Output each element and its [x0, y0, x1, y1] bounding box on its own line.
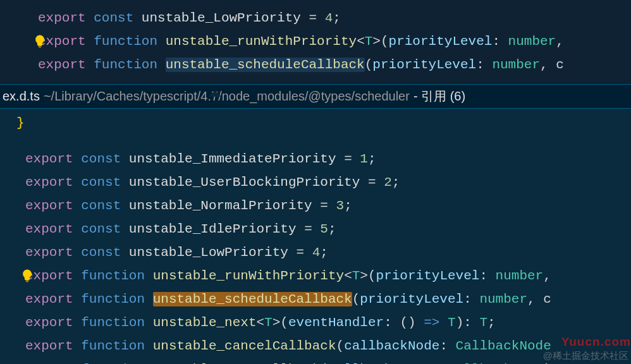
operator: =	[304, 222, 312, 236]
code-line[interactable]: export const unstable_LowPriority = 4;	[3, 241, 631, 264]
keyword-const: const	[81, 245, 121, 260]
keyword-export: export	[25, 152, 73, 166]
function-name: unstable_cancelCallback	[153, 339, 336, 353]
operator: =	[344, 152, 352, 166]
keyword-export: export	[38, 58, 86, 72]
semicolon: ;	[333, 11, 341, 25]
operator: =	[320, 198, 328, 213]
code-line[interactable]: export function unstable_runWithPriority…	[3, 30, 631, 53]
paren-open: (	[400, 315, 408, 330]
peek-reference-count: - 引用 (6)	[414, 85, 465, 108]
peek-view-header[interactable]: ex.d.ts ~/Library/Caches/typescript/4.7/…	[0, 84, 631, 109]
keyword-const: const	[81, 175, 121, 190]
paren-open: (	[365, 58, 373, 72]
identifier: unstable_LowPriority	[142, 11, 301, 25]
colon: :	[384, 315, 392, 330]
type-param: T	[264, 315, 273, 330]
comma: ,	[543, 269, 551, 283]
semicolon: ;	[487, 315, 496, 330]
less-than: <	[357, 34, 365, 49]
type: number	[496, 269, 544, 283]
keyword-const: const	[81, 152, 121, 166]
semicolon: ;	[320, 245, 328, 260]
identifier: unstable_NormalPriority	[129, 198, 312, 213]
code-line[interactable]: export function unstable_scheduleCallbac…	[3, 53, 631, 76]
lightbulb-icon[interactable]	[33, 34, 47, 48]
return-type: T	[448, 315, 456, 330]
number-literal: 5	[320, 222, 328, 236]
keyword-function: function	[94, 58, 157, 72]
identifier: unstable_LowPriority	[129, 245, 288, 260]
type: CallbackNode	[456, 339, 551, 353]
comma: , c	[527, 292, 551, 306]
code-line[interactable]: export const unstable_ImmediatePriority …	[3, 147, 631, 171]
parameter: priorityLevel	[376, 269, 480, 283]
colon: :	[439, 339, 448, 353]
colon: :	[479, 269, 487, 283]
code-line[interactable]: export function unstable_cancelCallback(…	[3, 334, 631, 358]
paren-open: (	[352, 292, 360, 306]
code-line[interactable]: export function unstable_scheduleCallbac…	[3, 288, 631, 311]
keyword-export: export	[25, 292, 73, 306]
keyword-function: function	[81, 339, 145, 353]
semicolon: ;	[344, 198, 352, 213]
function-name-highlighted: unstable_scheduleCallback	[166, 58, 365, 72]
code-line[interactable]: export const unstable_IdlePriority = 5;	[3, 217, 631, 241]
paren-open: (	[336, 339, 345, 353]
parameter: priorityLevel	[360, 292, 463, 306]
keyword-function: function	[81, 292, 145, 306]
closing-brace: }	[3, 111, 631, 135]
fat-arrow: =>	[424, 315, 439, 330]
keyword-export: export	[25, 339, 73, 353]
keyword-const: const	[81, 222, 121, 236]
colon: :	[463, 315, 472, 330]
colon: :	[463, 292, 472, 306]
code-line[interactable]: export const unstable_LowPriority = 4;	[3, 6, 631, 30]
keyword-function: function	[81, 315, 145, 330]
comma: ,	[556, 34, 564, 49]
keyword-function: function	[94, 34, 157, 49]
keyword-export: export	[25, 198, 73, 213]
code-line[interactable]: export function unstable_wrapCallback(ca…	[3, 358, 631, 364]
blank-line	[3, 135, 631, 147]
paren-close: )	[408, 315, 416, 330]
number-literal: 3	[336, 198, 345, 213]
peek-pointer-icon	[209, 90, 221, 97]
identifier: unstable_UserBlockingPriority	[129, 175, 360, 190]
operator: =	[309, 11, 317, 25]
less-than: <	[344, 269, 352, 283]
number-literal: 2	[384, 175, 392, 190]
keyword-function: function	[81, 269, 145, 283]
comma: , c	[540, 58, 564, 72]
keyword-export: export	[25, 175, 73, 190]
colon: :	[492, 34, 500, 49]
code-line[interactable]: export const unstable_UserBlockingPriori…	[3, 171, 631, 194]
function-name: unstable_runWithPriority	[166, 34, 357, 49]
greater-than: >	[360, 269, 368, 283]
keyword-export: export	[38, 11, 86, 25]
semicolon: ;	[392, 175, 400, 190]
less-than: <	[257, 315, 265, 330]
keyword-const: const	[94, 11, 133, 25]
type: number	[492, 58, 540, 72]
number-literal: 1	[360, 152, 368, 166]
greater-than: >	[372, 34, 381, 49]
peek-file-name[interactable]: ex.d.ts	[3, 85, 40, 108]
semicolon: ;	[328, 222, 336, 236]
parameter: priorityLevel	[372, 58, 476, 72]
keyword-export: export	[25, 315, 73, 330]
number-literal: 4	[325, 11, 333, 25]
identifier: unstable_IdlePriority	[129, 222, 297, 236]
identifier: unstable_ImmediatePriority	[129, 152, 336, 166]
lightbulb-icon[interactable]	[20, 269, 34, 282]
code-line[interactable]: export const unstable_NormalPriority = 3…	[3, 194, 631, 217]
colon: :	[476, 58, 484, 72]
operator: =	[297, 245, 305, 260]
function-name-match: unstable_scheduleCallback	[153, 292, 352, 306]
code-line[interactable]: export function unstable_runWithPriority…	[3, 264, 631, 288]
parameter: eventHandler	[288, 315, 384, 330]
code-line[interactable]: export function unstable_next<T>(eventHa…	[3, 311, 631, 334]
paren-open: (	[381, 34, 389, 49]
editor-top-pane[interactable]: export const unstable_LowPriority = 4; e…	[0, 0, 631, 76]
peek-view-body[interactable]: } export const unstable_ImmediatePriorit…	[0, 109, 631, 364]
